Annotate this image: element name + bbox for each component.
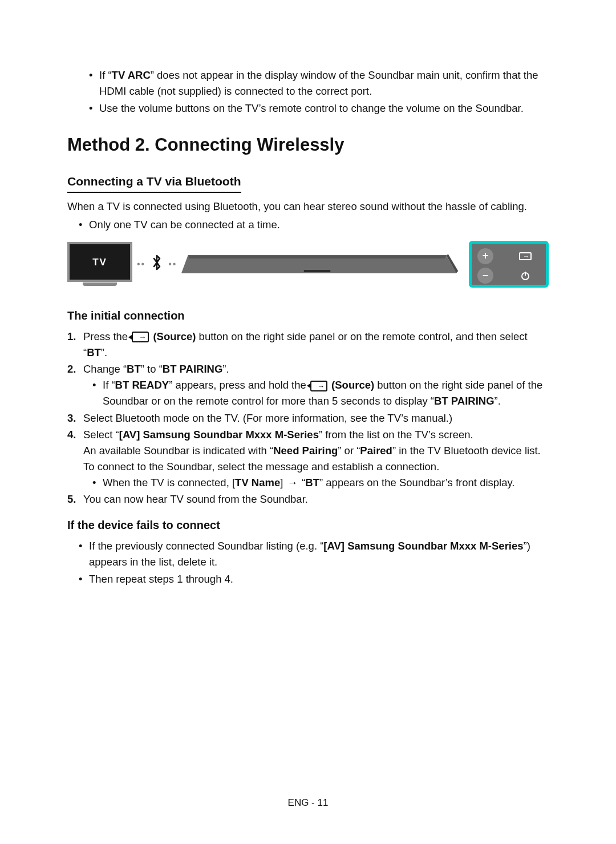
step-5: You can now hear TV sound from the Sound… — [67, 491, 549, 507]
text: ”. — [101, 346, 107, 358]
subsection-title: Connecting a TV via Bluetooth — [67, 172, 241, 193]
text: Press the — [83, 330, 131, 342]
side-panel-controls: + – — [469, 241, 549, 288]
bluetooth-icon — [150, 254, 164, 274]
step-3: Select Bluetooth mode on the TV. (For mo… — [67, 410, 549, 426]
svg-rect-2 — [304, 270, 330, 272]
arrow-icon: → — [286, 476, 299, 488]
tv-stand — [83, 282, 117, 286]
tv-icon: TV — [67, 242, 132, 286]
text: ” in the TV Bluetooth device list. — [392, 445, 541, 457]
connection-diagram: TV •• •• + – — [67, 241, 549, 288]
step-2-sub: If “BT READY” appears, press and hold th… — [92, 377, 549, 409]
bt-label: BT — [127, 363, 141, 375]
bt-ready-label: BT READY — [115, 379, 169, 391]
steps-list: Press the (Source) button on the right s… — [67, 329, 549, 507]
soundbar-illustration — [181, 251, 460, 277]
source-label: (Source) — [150, 330, 196, 342]
manual-page: If “TV ARC” does not appear in the displ… — [0, 0, 616, 844]
intro-bullet-one-tv: Only one TV can be connected at a time. — [79, 217, 549, 233]
step-2-sublist: If “BT READY” appears, press and hold th… — [83, 377, 549, 409]
text: ” appears, press and hold the — [169, 379, 309, 391]
intro-bullets: Only one TV can be connected at a time. — [67, 217, 549, 233]
fail-bullet-1: If the previously connected Soundbar lis… — [79, 538, 549, 570]
step-4-sub: When the TV is connected, [TV Name] → “B… — [92, 475, 549, 491]
step-4-sublist: When the TV is connected, [TV Name] → “B… — [83, 475, 549, 491]
device-name-label: [AV] Samsung Soundbar Mxxx M-Series — [323, 540, 523, 552]
text: ” appears on the Soundbar’s front displa… — [319, 476, 514, 488]
paired-label: Paired — [360, 445, 392, 457]
bt-label: BT — [87, 346, 101, 358]
bullet-volume: Use the volume buttons on the TV’s remot… — [89, 100, 549, 116]
text: ” from the list on the TV’s screen. — [319, 429, 473, 441]
intro-text: When a TV is connected using Bluetooth, … — [67, 199, 549, 215]
fail-bullets: If the previously connected Soundbar lis… — [67, 538, 549, 587]
text: If the previously connected Soundbar lis… — [89, 540, 323, 552]
tv-screen: TV — [67, 242, 132, 282]
text: ” or “ — [338, 445, 360, 457]
volume-up-button[interactable]: + — [477, 248, 493, 264]
source-label: (Source) — [329, 379, 374, 391]
bt-pairing-label: BT PAIRING — [163, 363, 223, 375]
power-icon — [520, 270, 530, 281]
signal-dots-right: •• — [167, 257, 178, 271]
source-button[interactable] — [510, 248, 540, 264]
tv-label: TV — [92, 255, 107, 270]
text: An available Soundbar is indicated with … — [83, 445, 273, 457]
text: ” to “ — [141, 363, 163, 375]
bt-pairing-label: BT PAIRING — [434, 395, 495, 407]
plus-icon: + — [483, 248, 489, 264]
text: Select “ — [83, 429, 119, 441]
step-4: Select “[AV] Samsung Soundbar Mxxx M-Ser… — [67, 427, 549, 490]
text: ” does not appear in the display window … — [99, 69, 538, 97]
text: ”. — [495, 395, 501, 407]
source-icon — [310, 381, 327, 391]
bt-label: BT — [305, 476, 319, 488]
power-button[interactable] — [510, 268, 540, 284]
page-footer: ENG - 11 — [0, 795, 616, 810]
tv-name-label: TV Name — [235, 476, 280, 488]
signal-dots-left: •• — [136, 257, 147, 271]
text: ”. — [222, 363, 229, 375]
preamble-bullets: If “TV ARC” does not appear in the displ… — [67, 67, 549, 116]
section-title: Method 2. Connecting Wirelessly — [67, 132, 549, 159]
text: When the TV is connected, [ — [103, 476, 235, 488]
text: ] — [280, 476, 286, 488]
source-icon — [519, 252, 532, 260]
volume-down-button[interactable]: – — [477, 268, 493, 284]
svg-marker-1 — [188, 255, 447, 259]
text: If “ — [103, 379, 115, 391]
text: Change “ — [83, 363, 127, 375]
step-2: Change “BT” to “BT PAIRING”. If “BT READ… — [67, 361, 549, 409]
source-icon — [132, 332, 149, 342]
device-name-label: [AV] Samsung Soundbar Mxxx M-Series — [119, 429, 319, 441]
text: “ — [299, 476, 305, 488]
fail-bullet-2: Then repeat steps 1 through 4. — [79, 571, 549, 587]
tv-arc-label: TV ARC — [112, 69, 151, 81]
initial-connection-heading: The initial connection — [67, 307, 549, 324]
step-1: Press the (Source) button on the right s… — [67, 329, 549, 361]
minus-icon: – — [483, 268, 488, 283]
need-pairing-label: Need Pairing — [273, 445, 338, 457]
fails-to-connect-heading: If the device fails to connect — [67, 516, 549, 534]
bullet-tv-arc: If “TV ARC” does not appear in the displ… — [89, 67, 549, 99]
text: If “ — [99, 69, 112, 81]
text: To connect to the Soundbar, select the m… — [83, 461, 439, 473]
